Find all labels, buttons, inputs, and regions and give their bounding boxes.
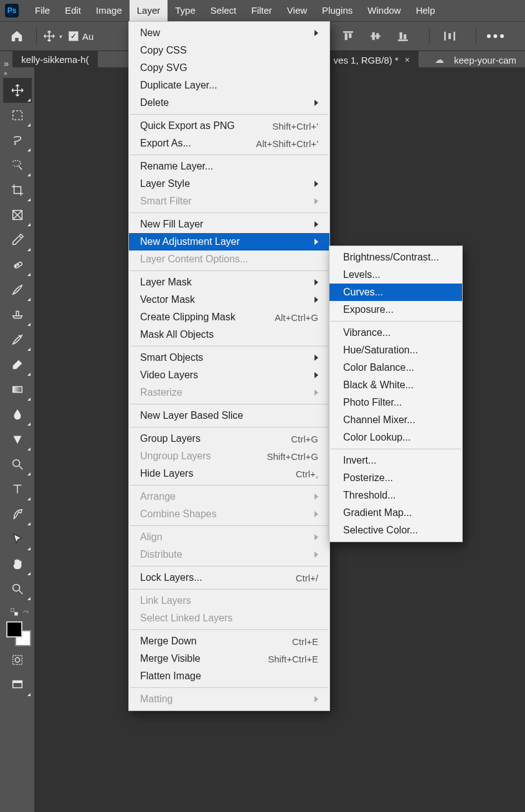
tool-preset-button[interactable]: ▾: [43, 30, 62, 42]
marquee-tool[interactable]: [3, 103, 32, 128]
menu-layer[interactable]: Layer: [130, 0, 168, 21]
menu-file[interactable]: File: [27, 0, 57, 21]
document-tab-active[interactable]: kelly-sikkema-h(: [12, 50, 97, 69]
direct-select-tool[interactable]: [3, 527, 32, 552]
lasso-tool[interactable]: [3, 128, 32, 153]
document-tab-mid[interactable]: ves 1, RGB/8) * ×: [325, 51, 419, 69]
submenu-arrow-icon: [315, 494, 318, 500]
svg-rect-24: [12, 656, 22, 665]
menu-item-vector-mask[interactable]: Vector Mask: [129, 291, 329, 308]
submenu-item-threshold[interactable]: Threshold...: [329, 487, 462, 504]
submenu-item-color-lookup[interactable]: Color Lookup...: [329, 429, 462, 446]
menu-item-hide-layers[interactable]: Hide LayersCtrl+,: [129, 465, 329, 482]
home-button[interactable]: [6, 27, 37, 45]
cloud-icon: ☁: [435, 54, 444, 65]
menu-item-copy-svg[interactable]: Copy SVG: [129, 59, 329, 77]
history-brush-tool[interactable]: [3, 327, 32, 352]
submenu-item-exposure[interactable]: Exposure...: [329, 301, 462, 318]
blur-tool[interactable]: [3, 402, 32, 427]
submenu-item-vibrance[interactable]: Vibrance...: [329, 324, 462, 342]
distribute-h-icon[interactable]: [442, 29, 457, 43]
menu-shortcut: Ctrl+/: [296, 573, 318, 583]
submenu-item-gradient-map[interactable]: Gradient Map...: [329, 504, 462, 522]
toolbox-collapse-icon[interactable]: »: [4, 70, 7, 77]
type-tool[interactable]: [3, 477, 32, 502]
menu-item-delete[interactable]: Delete: [129, 94, 329, 112]
menu-item-layer-mask[interactable]: Layer Mask: [129, 274, 329, 291]
menu-item-flatten-image[interactable]: Flatten Image: [129, 667, 329, 685]
clone-stamp-tool[interactable]: [3, 302, 32, 327]
spot-healing-tool[interactable]: [3, 252, 32, 277]
menu-view[interactable]: View: [280, 0, 315, 21]
menu-item-merge-visible[interactable]: Merge VisibleShift+Ctrl+E: [129, 650, 329, 667]
screen-mode-tool[interactable]: [3, 672, 32, 697]
dodge-tool[interactable]: [3, 427, 32, 452]
menu-separator: [130, 525, 328, 526]
menu-item-create-clipping-mask[interactable]: Create Clipping MaskAlt+Ctrl+G: [129, 308, 329, 326]
path-tool[interactable]: [3, 502, 32, 527]
crop-tool[interactable]: [3, 178, 32, 203]
frame-tool[interactable]: [3, 203, 32, 227]
menu-item-quick-export-as-png[interactable]: Quick Export as PNGShift+Ctrl+': [129, 117, 329, 135]
align-vcenter-icon[interactable]: [368, 29, 383, 43]
quick-mask-tool[interactable]: [3, 647, 32, 672]
align-top-icon[interactable]: [341, 29, 356, 43]
menu-item-layer-style[interactable]: Layer Style: [129, 175, 329, 193]
submenu-item-channel-mixer[interactable]: Channel Mixer...: [329, 411, 462, 429]
more-options[interactable]: •••: [476, 28, 519, 44]
submenu-item-invert[interactable]: Invert...: [329, 452, 462, 469]
menu-item-new-adjustment-layer[interactable]: New Adjustment Layer: [129, 233, 329, 251]
menu-item-new-fill-layer[interactable]: New Fill Layer: [129, 216, 329, 233]
submenu-item-black-white[interactable]: Black & White...: [329, 376, 462, 394]
menu-window[interactable]: Window: [360, 0, 408, 21]
move-tool[interactable]: [3, 78, 32, 103]
menu-item-smart-objects[interactable]: Smart Objects: [129, 349, 329, 366]
hand-tool[interactable]: [3, 552, 32, 576]
menu-item-label: Mask All Objects: [140, 329, 318, 340]
menu-edit[interactable]: Edit: [57, 0, 88, 21]
pen-tool[interactable]: [3, 452, 32, 477]
submenu-item-photo-filter[interactable]: Photo Filter...: [329, 394, 462, 411]
menu-item-rename-layer[interactable]: Rename Layer...: [129, 158, 329, 175]
menu-bar: Ps File Edit Image Layer Type Select Fil…: [0, 0, 525, 21]
close-icon[interactable]: ×: [405, 55, 410, 65]
submenu-item-hue-saturation[interactable]: Hue/Saturation...: [329, 342, 462, 359]
menu-image[interactable]: Image: [88, 0, 130, 21]
menu-item-new-layer-based-slice[interactable]: New Layer Based Slice: [129, 407, 329, 424]
document-tab-second[interactable]: ☁ keep-your-cam: [426, 51, 525, 69]
menu-separator: [130, 589, 328, 590]
menu-shortcut: Ctrl+G: [291, 434, 318, 444]
menu-type[interactable]: Type: [168, 0, 203, 21]
fg-bg-colors[interactable]: [5, 620, 30, 647]
menu-item-label: Merge Down: [140, 636, 292, 647]
menu-filter[interactable]: Filter: [244, 0, 280, 21]
menu-select[interactable]: Select: [203, 0, 244, 21]
menu-item-copy-css[interactable]: Copy CSS: [129, 42, 329, 59]
auto-select-checkbox[interactable]: ✓ Au: [69, 31, 93, 42]
menu-item-lock-layers[interactable]: Lock Layers...Ctrl+/: [129, 569, 329, 586]
eyedropper-tool[interactable]: [3, 227, 32, 252]
brush-tool[interactable]: [3, 277, 32, 302]
eraser-tool[interactable]: [3, 352, 32, 377]
submenu-item-posterize[interactable]: Posterize...: [329, 469, 462, 487]
menu-item-new[interactable]: New: [129, 24, 329, 42]
quick-select-tool[interactable]: [3, 153, 32, 178]
menu-item-export-as[interactable]: Export As...Alt+Shift+Ctrl+': [129, 135, 329, 152]
menu-item-video-layers[interactable]: Video Layers: [129, 366, 329, 384]
submenu-item-color-balance[interactable]: Color Balance...: [329, 359, 462, 376]
menu-item-duplicate-layer[interactable]: Duplicate Layer...: [129, 77, 329, 94]
foreground-color[interactable]: [6, 621, 22, 638]
gradient-tool[interactable]: [3, 377, 32, 402]
menu-item-mask-all-objects[interactable]: Mask All Objects: [129, 326, 329, 343]
zoom-tool[interactable]: [3, 576, 32, 601]
menu-item-group-layers[interactable]: Group LayersCtrl+G: [129, 430, 329, 447]
swap-reset-colors[interactable]: [5, 608, 30, 616]
menu-plugins[interactable]: Plugins: [315, 0, 360, 21]
submenu-item-curves[interactable]: Curves...: [329, 284, 462, 301]
menu-help[interactable]: Help: [409, 0, 443, 21]
submenu-item-selective-color[interactable]: Selective Color...: [329, 522, 462, 539]
submenu-item-levels[interactable]: Levels...: [329, 266, 462, 284]
menu-item-merge-down[interactable]: Merge DownCtrl+E: [129, 633, 329, 650]
submenu-item-brightness-contrast[interactable]: Brightness/Contrast...: [329, 249, 462, 266]
align-bottom-icon[interactable]: [395, 29, 410, 43]
